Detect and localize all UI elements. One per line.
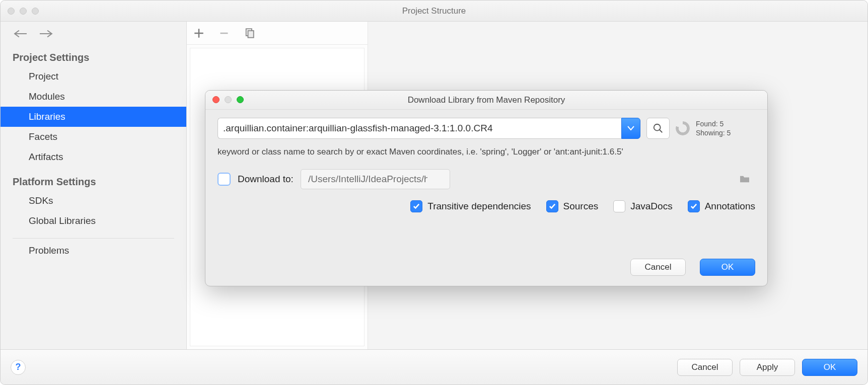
sidebar-item-facets[interactable]: Facets (1, 127, 186, 147)
main-ok-button[interactable]: OK (802, 359, 857, 376)
search-combo (218, 118, 640, 139)
close-dot[interactable] (8, 8, 15, 15)
modal-minimize-dot[interactable] (225, 96, 232, 103)
browse-folder-icon[interactable] (739, 175, 750, 184)
svg-point-2 (654, 124, 661, 131)
main-titlebar: Project Structure (1, 1, 867, 22)
maven-search-input[interactable] (218, 118, 621, 139)
javadocs-checkbox[interactable] (613, 200, 625, 212)
sidebar: Project Settings Project Modules Librari… (1, 22, 187, 349)
sidebar-item-problems[interactable]: Problems (1, 241, 186, 261)
loading-spinner-icon (676, 121, 690, 135)
sources-checkbox[interactable] (546, 200, 558, 212)
sources-label: Sources (563, 201, 599, 212)
modal-close-dot[interactable] (212, 96, 220, 103)
download-to-label: Download to: (238, 174, 294, 185)
sidebar-item-project[interactable]: Project (1, 66, 186, 87)
main-apply-button[interactable]: Apply (740, 359, 795, 376)
download-library-dialog: Download Library from Maven Repository F… (205, 90, 768, 286)
sidebar-item-sdks[interactable]: SDKs (1, 191, 186, 211)
library-toolbar (187, 22, 368, 45)
main-cancel-button[interactable]: Cancel (677, 359, 733, 376)
search-button[interactable] (646, 118, 670, 139)
annotations-checkbox[interactable] (688, 200, 700, 212)
main-footer: ? Cancel Apply OK (1, 349, 867, 384)
back-button[interactable] (14, 29, 27, 39)
sidebar-item-global-libraries[interactable]: Global Libraries (1, 211, 186, 231)
modal-titlebar: Download Library from Maven Repository (205, 91, 767, 110)
annotations-label: Annotations (705, 201, 755, 212)
download-to-checkbox[interactable] (218, 173, 231, 186)
copy-library-button[interactable] (244, 28, 254, 38)
showing-label: Showing: (696, 129, 725, 137)
sidebar-separator (13, 238, 174, 239)
result-counts: Found: 5 Showing: 5 (696, 119, 731, 137)
project-structure-window: Project Structure Project Settings Proje… (0, 0, 868, 385)
add-library-button[interactable] (194, 28, 204, 38)
search-dropdown-button[interactable] (621, 118, 640, 139)
showing-value: 5 (727, 129, 731, 137)
modal-traffic-lights (212, 96, 244, 103)
help-button[interactable]: ? (11, 360, 26, 375)
javadocs-label: JavaDocs (630, 201, 672, 212)
forward-button[interactable] (40, 29, 53, 39)
group-header-project-settings: Project Settings (1, 43, 186, 66)
search-hint: keyword or class name to search by or ex… (218, 147, 755, 157)
sidebar-item-libraries[interactable]: Libraries (1, 107, 186, 127)
sidebar-item-artifacts[interactable]: Artifacts (1, 147, 186, 167)
search-icon (653, 123, 664, 134)
remove-library-button[interactable] (219, 28, 229, 38)
modal-cancel-button[interactable]: Cancel (630, 259, 686, 276)
svg-rect-1 (248, 31, 254, 38)
transitive-checkbox[interactable] (410, 200, 422, 212)
main-traffic-lights (8, 8, 39, 15)
sidebar-item-modules[interactable]: Modules (1, 87, 186, 107)
minimize-dot[interactable] (20, 8, 27, 15)
modal-zoom-dot[interactable] (237, 96, 244, 103)
main-window-title: Project Structure (402, 6, 466, 16)
modal-ok-button[interactable]: OK (700, 259, 755, 276)
found-value: 5 (719, 120, 724, 128)
group-header-platform-settings: Platform Settings (1, 167, 186, 191)
found-label: Found: (696, 120, 718, 128)
download-path-input (301, 169, 450, 189)
modal-title: Download Library from Maven Repository (408, 95, 565, 105)
zoom-dot[interactable] (32, 8, 39, 15)
transitive-label: Transitive dependencies (427, 201, 531, 212)
